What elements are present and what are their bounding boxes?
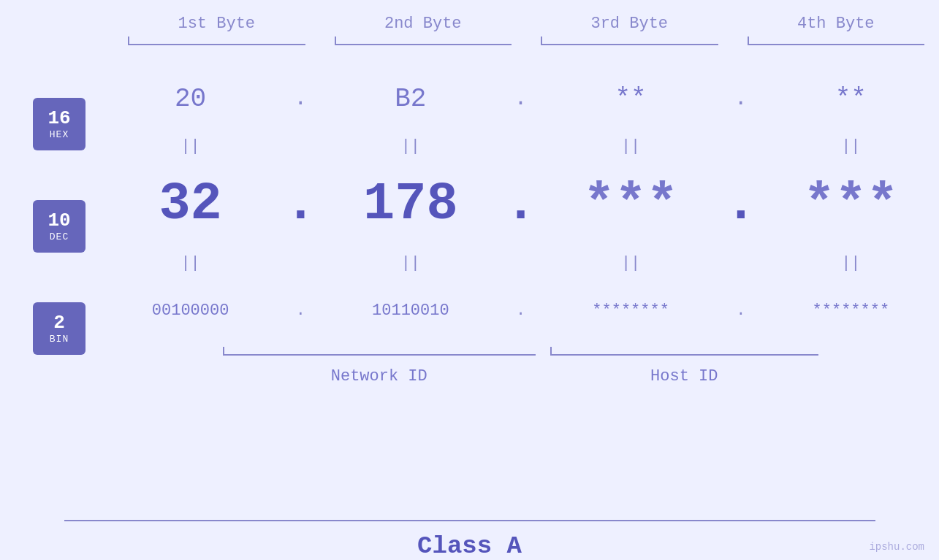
class-line — [64, 520, 875, 521]
dec-cell-1: 32 — [102, 174, 278, 234]
equals-cell-1-4: || — [763, 137, 939, 156]
bin-value-2: 10110010 — [372, 302, 449, 320]
host-bracket — [543, 347, 826, 361]
hex-cell-4: ** — [763, 84, 939, 114]
bin-badge-label: BIN — [50, 334, 69, 345]
bin-value-1: 00100000 — [152, 302, 229, 320]
byte-1-header: 1st Byte — [113, 15, 320, 33]
equals-cell-2-4: || — [763, 254, 939, 272]
hex-value-3: ** — [615, 84, 647, 114]
bottom-section: Network ID Host ID — [102, 347, 939, 386]
hex-value-1: 20 — [175, 84, 206, 114]
bin-sep-3: . — [719, 302, 763, 320]
equals-row-2: || || || || — [102, 248, 939, 277]
class-label: Class A — [417, 532, 522, 560]
id-labels: Network ID Host ID — [216, 367, 826, 386]
hex-value-4: ** — [835, 84, 867, 114]
dec-cell-3: *** — [543, 174, 719, 234]
byte-headers: 1st Byte 2nd Byte 3rd Byte 4th Byte — [0, 15, 939, 33]
dec-value-3: *** — [583, 174, 678, 234]
equals-cell-1-2: || — [322, 137, 498, 156]
bin-sep-2: . — [499, 302, 543, 320]
bin-row: 00100000 . 10110010 . ******** . — [102, 277, 939, 343]
equals-cell-2-2: || — [322, 254, 498, 272]
dec-sep-3: . — [719, 174, 763, 234]
hex-row: 20 . B2 . ** . ** — [102, 66, 939, 131]
equals-cell-2-1: || — [102, 254, 278, 272]
equals-row-1: || || || || — [102, 131, 939, 161]
dec-value-4: *** — [804, 174, 899, 234]
hex-badge-number: 16 — [47, 108, 70, 129]
bin-value-4: ******** — [813, 302, 890, 320]
dec-row: 32 . 178 . *** . *** — [102, 161, 939, 248]
watermark: ipshu.com — [869, 541, 924, 553]
dec-cell-4: *** — [763, 174, 939, 234]
bottom-brackets — [216, 347, 826, 361]
hex-cell-3: ** — [543, 84, 719, 114]
top-brackets — [0, 37, 939, 51]
byte-3-header: 3rd Byte — [526, 15, 733, 33]
hex-value-2: B2 — [395, 84, 426, 114]
bin-cell-2: 10110010 — [322, 302, 498, 320]
bin-badge: 2 BIN — [33, 302, 85, 355]
bin-badge-number: 2 — [53, 312, 65, 334]
bracket-3 — [533, 37, 726, 51]
dec-value-2: 178 — [363, 174, 458, 234]
dec-value-1: 32 — [159, 174, 221, 234]
bin-sep-1: . — [278, 302, 322, 320]
hex-sep-2: . — [499, 86, 543, 111]
dec-badge-number: 10 — [47, 210, 70, 231]
hex-sep-1: . — [278, 86, 322, 111]
class-section: Class A — [0, 520, 939, 560]
dec-sep-2: . — [499, 174, 543, 234]
hex-sep-3: . — [719, 86, 763, 111]
bin-cell-3: ******** — [543, 302, 719, 320]
bin-value-3: ******** — [592, 302, 669, 320]
bin-cell-4: ******** — [763, 302, 939, 320]
equals-cell-1-3: || — [543, 137, 719, 156]
dec-cell-2: 178 — [322, 174, 498, 234]
hex-cell-2: B2 — [322, 84, 498, 114]
host-id-label: Host ID — [543, 367, 826, 386]
badges-column: 16 HEX 10 DEC 2 BIN — [0, 73, 102, 380]
byte-4-header: 4th Byte — [733, 15, 940, 33]
grid-area: 20 . B2 . ** . ** — [102, 66, 939, 386]
network-id-label: Network ID — [216, 367, 543, 386]
byte-2-header: 2nd Byte — [320, 15, 527, 33]
hex-badge: 16 HEX — [33, 98, 85, 150]
content-area: 16 HEX 10 DEC 2 BIN 20 . — [0, 66, 939, 513]
dec-badge: 10 DEC — [33, 200, 85, 253]
equals-cell-2-3: || — [543, 254, 719, 272]
hex-cell-1: 20 — [102, 84, 278, 114]
dec-sep-1: . — [278, 174, 322, 234]
bracket-2 — [327, 37, 520, 51]
bracket-4 — [740, 37, 932, 51]
network-bracket — [216, 347, 543, 361]
main-container: 1st Byte 2nd Byte 3rd Byte 4th Byte 16 H… — [0, 0, 939, 560]
equals-cell-1-1: || — [102, 137, 278, 156]
hex-badge-label: HEX — [50, 129, 69, 140]
bracket-1 — [121, 37, 313, 51]
bin-cell-1: 00100000 — [102, 302, 278, 320]
dec-badge-label: DEC — [50, 231, 69, 242]
